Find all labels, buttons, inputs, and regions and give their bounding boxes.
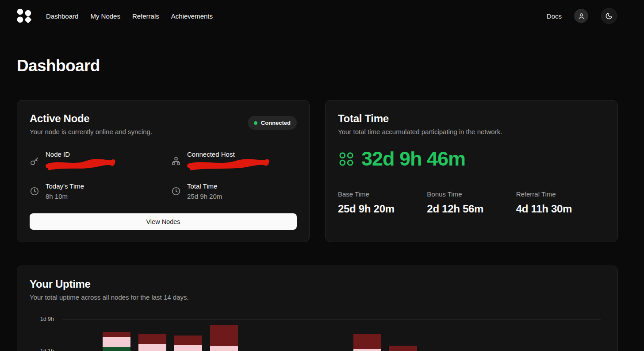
uptime-bar-segment <box>138 344 166 351</box>
nav-item-referrals[interactable]: Referrals <box>132 12 159 20</box>
total-time-title: Total Time <box>338 112 605 125</box>
uptime-bar-segment <box>353 334 381 349</box>
active-node-fields: Node ID <box>30 150 297 200</box>
uptime-bar-segment <box>389 346 417 351</box>
todays-time-field: Today's Time 8h 10m <box>30 182 171 200</box>
connected-status-badge: Connected <box>248 116 297 130</box>
referral-time-label: Referral Time <box>516 190 605 198</box>
top-cards-row: Active Node Your node is currently onlin… <box>17 100 618 242</box>
uptime-bar-segment <box>210 325 238 347</box>
logo-icon <box>16 8 33 24</box>
uptime-bar-segment <box>103 332 130 337</box>
theme-toggle-button[interactable] <box>601 8 617 24</box>
nav-item-dashboard[interactable]: Dashboard <box>46 12 78 20</box>
connected-host-label: Connected Host <box>187 150 269 158</box>
total-time-value: 25d 9h 20m <box>187 193 222 200</box>
node-id-label: Node ID <box>46 150 115 158</box>
uptime-bar-segment <box>353 349 381 351</box>
active-node-subtitle: Your node is currently online and syncin… <box>30 128 152 135</box>
bonus-time-label: Bonus Time <box>427 190 516 198</box>
clock-icon <box>171 186 181 196</box>
active-node-card: Active Node Your node is currently onlin… <box>17 100 310 242</box>
uptime-bar-segment <box>103 347 130 351</box>
todays-time-label: Today's Time <box>46 182 84 190</box>
uptime-bar-segment <box>174 345 202 351</box>
status-badge-label: Connected <box>261 120 291 126</box>
todays-time-value: 8h 10m <box>46 193 84 200</box>
total-time-field: Total Time 25d 9h 20m <box>171 182 297 200</box>
gridline <box>62 319 601 320</box>
total-time-stats: Base Time 25d 9h 20m Bonus Time 2d 12h 5… <box>338 190 605 215</box>
nav-item-achievements[interactable]: Achievements <box>171 12 213 20</box>
total-time-subtitle: Your total time accumulated participatin… <box>338 128 605 135</box>
referral-time-stat: Referral Time 4d 11h 30m <box>516 190 605 215</box>
node-id-field: Node ID <box>30 150 171 172</box>
uptime-bar-segment <box>138 334 166 344</box>
user-avatar-button[interactable] <box>574 9 588 23</box>
network-icon <box>171 156 181 166</box>
uptime-title: Your Uptime <box>30 278 605 290</box>
uptime-subtitle: Your total uptime across all nodes for t… <box>30 293 605 301</box>
status-dot <box>254 121 257 125</box>
base-time-label: Base Time <box>338 190 427 198</box>
nav-links: Dashboard My Nodes Referrals Achievement… <box>46 12 213 20</box>
total-time-card: Total Time Your total time accumulated p… <box>325 100 618 242</box>
y-axis-tick: 1d 9h <box>30 316 54 322</box>
referral-time-value: 4d 11h 30m <box>516 203 605 215</box>
uptime-bar-segment <box>103 337 130 347</box>
bonus-time-value: 2d 12h 56m <box>427 203 516 215</box>
app-logo[interactable] <box>16 8 33 24</box>
docs-link[interactable]: Docs <box>547 12 562 20</box>
connected-host-field: Connected Host <box>171 150 297 172</box>
total-time-label: Total Time <box>187 182 222 190</box>
redacted-node-id-scribble <box>46 158 116 171</box>
uptime-bar-segment <box>210 346 238 351</box>
base-time-value: 25d 9h 20m <box>338 203 427 215</box>
uptime-card: Your Uptime Your total uptime across all… <box>17 266 618 351</box>
key-icon <box>30 156 39 166</box>
uptime-chart: 1d 9h 1d 1h <box>30 311 605 351</box>
redacted-host-scribble <box>187 158 270 171</box>
bonus-time-stat: Bonus Time 2d 12h 56m <box>427 190 516 215</box>
y-axis-tick: 1d 1h <box>30 348 54 351</box>
base-time-stat: Base Time 25d 9h 20m <box>338 190 427 215</box>
active-node-title: Active Node <box>30 112 152 125</box>
moon-icon <box>605 12 613 20</box>
page-title: Dashboard <box>17 57 644 75</box>
total-time-big-value: 32d 9h 46m <box>361 147 465 170</box>
nav-item-my-nodes[interactable]: My Nodes <box>90 12 120 20</box>
nodes-icon <box>338 150 355 167</box>
clock-icon <box>30 186 39 196</box>
navbar: Dashboard My Nodes Referrals Achievement… <box>0 0 644 32</box>
view-nodes-button[interactable]: View Nodes <box>30 213 297 230</box>
user-icon <box>578 12 585 20</box>
uptime-bar-segment <box>174 336 202 345</box>
